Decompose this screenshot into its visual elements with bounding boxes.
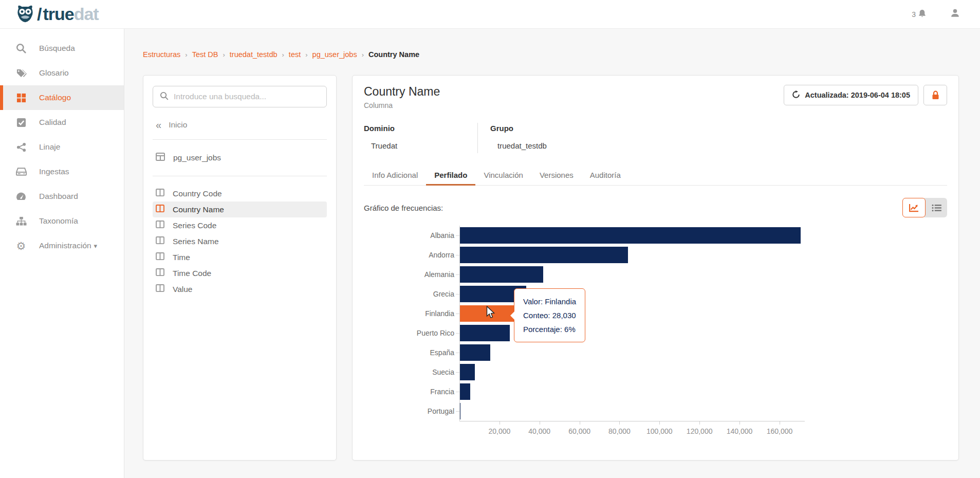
- sidebar-item-dashboard[interactable]: Dashboard: [0, 184, 124, 209]
- tooltip-line: Porcentaje: 6%: [523, 322, 576, 336]
- divider: [153, 176, 327, 176]
- sidebar-item-calidad[interactable]: Calidad: [0, 110, 124, 135]
- chart-view-button[interactable]: [902, 198, 926, 217]
- column-item-value[interactable]: Value: [153, 281, 327, 297]
- bar-track: [459, 227, 805, 244]
- drive-icon: [15, 167, 27, 176]
- bar-normal[interactable]: [459, 344, 490, 361]
- sidebar-item-busqueda[interactable]: Búsqueda: [0, 36, 124, 61]
- chart-row-espana: España: [364, 343, 947, 362]
- line-chart-icon: [909, 204, 919, 212]
- chart-header: Gráfico de frecuencias:: [364, 198, 947, 217]
- bar-normal[interactable]: [459, 266, 543, 283]
- breadcrumb-link[interactable]: pg_user_jobs: [312, 50, 357, 59]
- page: / truedat 3 BúsquedaGlosarioCatálogoCali…: [0, 0, 980, 478]
- sidebar-item-glosario[interactable]: Glosario: [0, 61, 124, 85]
- bar-track: [459, 364, 805, 380]
- tab-info-adicional[interactable]: Info Adicional: [364, 166, 426, 185]
- chart-row-francia: Francia: [364, 382, 947, 401]
- column-label: Value: [173, 285, 193, 294]
- breadcrumb-link[interactable]: truedat_testdb: [230, 50, 278, 59]
- back-label: Inicio: [169, 120, 187, 130]
- domain-cell: Dominio Truedat: [364, 123, 478, 153]
- bar-normal[interactable]: [459, 247, 628, 263]
- column-label: Series Code: [173, 221, 216, 230]
- domain-value: Truedat: [364, 141, 477, 150]
- x-axis-tick: [739, 421, 740, 425]
- breadcrumb: Estructuras›Test DB›truedat_testdb›test›…: [143, 50, 419, 59]
- sidebar-item-catalogo[interactable]: Catálogo: [0, 85, 124, 110]
- column-label: Series Name: [173, 237, 219, 246]
- x-axis-tick-label: 100,000: [646, 427, 673, 435]
- columns-icon: [156, 268, 164, 278]
- sidebar-item-label: Calidad: [39, 118, 66, 127]
- bar-normal[interactable]: [459, 383, 470, 400]
- x-axis-tick: [659, 421, 660, 425]
- chart-row-finlandia: Finlandia: [364, 304, 947, 323]
- bar-normal[interactable]: [459, 364, 475, 380]
- x-axis-tick-label: 40,000: [528, 427, 550, 435]
- x-axis-tick-label: 80,000: [608, 427, 631, 435]
- bell-icon: [917, 9, 927, 20]
- chart-row-grecia: Grecia: [364, 284, 947, 304]
- x-axis-tick: [699, 421, 700, 425]
- refresh-updated-button[interactable]: Actualizada: 2019-06-04 18:05: [784, 85, 918, 105]
- column-item-time[interactable]: Time: [153, 249, 327, 265]
- divider: [153, 139, 327, 140]
- column-item-time-code[interactable]: Time Code: [153, 265, 327, 281]
- column-item-series-code[interactable]: Series Code: [153, 217, 327, 233]
- sidebar-item-label: Taxonomía: [39, 216, 78, 226]
- group-value: truedat_testdb: [490, 141, 547, 150]
- sidebar-item-label: Ingestas: [39, 167, 69, 176]
- notifications-button[interactable]: 3: [912, 9, 927, 20]
- bar-normal[interactable]: [459, 227, 801, 244]
- sidebar-item-linaje[interactable]: Linaje: [0, 135, 124, 159]
- search-input[interactable]: [174, 92, 320, 101]
- sidebar-item-label: Dashboard: [39, 192, 78, 201]
- tab-vinculacion[interactable]: Vinculación: [475, 166, 531, 185]
- columns-icon: [156, 205, 164, 214]
- sidebar-item-label: Administración: [39, 241, 91, 250]
- frequency-chart: AlbaniaAndorraAlemaniaGreciaFinlandiaPue…: [364, 226, 947, 438]
- group-label: Grupo: [490, 124, 547, 133]
- tab-perfilado[interactable]: Perfilado: [426, 166, 475, 185]
- category-label: España: [364, 348, 459, 357]
- truedat-logo[interactable]: / truedat: [15, 4, 99, 25]
- columns-icon: [156, 252, 164, 262]
- x-axis-tick-label: 140,000: [727, 427, 753, 435]
- column-label: Country Name: [173, 205, 224, 214]
- sidebar-item-administracion[interactable]: ⚙Administración▾: [0, 233, 124, 258]
- bar-track: [459, 383, 805, 400]
- updated-label: Actualizada: 2019-06-04 18:05: [805, 91, 910, 99]
- sidebar-item-ingestas[interactable]: Ingestas: [0, 159, 124, 184]
- share-icon: [15, 142, 27, 152]
- category-label: Finlandia: [364, 309, 459, 318]
- sidebar-item-taxonomia[interactable]: Taxonomía: [0, 209, 124, 233]
- chart-row-suecia: Suecia: [364, 362, 947, 382]
- user-menu-button[interactable]: [950, 8, 960, 21]
- table-name: pg_user_jobs: [173, 153, 221, 162]
- table-item[interactable]: pg_user_jobs: [153, 149, 327, 167]
- topbar-actions: 3: [912, 8, 960, 21]
- tab-auditoria[interactable]: Auditoría: [582, 166, 629, 185]
- column-label: Time Code: [173, 269, 211, 278]
- grid-icon: [15, 93, 27, 103]
- breadcrumb-separator: ›: [185, 51, 187, 59]
- columns-icon: [156, 220, 164, 230]
- sidebar-item-label: Búsqueda: [39, 44, 75, 53]
- breadcrumb-link[interactable]: Test DB: [192, 50, 218, 59]
- back-to-home-link[interactable]: « Inicio: [153, 120, 327, 130]
- chart-row-puerto-rico: Puerto Rico: [364, 323, 947, 343]
- column-item-country-name[interactable]: Country Name: [153, 201, 327, 217]
- category-label: Alemania: [364, 270, 459, 279]
- breadcrumb-link[interactable]: test: [289, 50, 301, 59]
- lock-button[interactable]: [923, 85, 947, 105]
- chart-heading: Gráfico de frecuencias:: [364, 204, 443, 212]
- bar-normal[interactable]: [459, 325, 510, 341]
- column-item-country-code[interactable]: Country Code: [153, 186, 327, 201]
- tab-versiones[interactable]: Versiones: [531, 166, 582, 185]
- list-view-button[interactable]: [924, 198, 947, 217]
- breadcrumb-separator: ›: [362, 51, 364, 59]
- breadcrumb-link[interactable]: Estructuras: [143, 50, 180, 59]
- column-item-series-name[interactable]: Series Name: [153, 233, 327, 249]
